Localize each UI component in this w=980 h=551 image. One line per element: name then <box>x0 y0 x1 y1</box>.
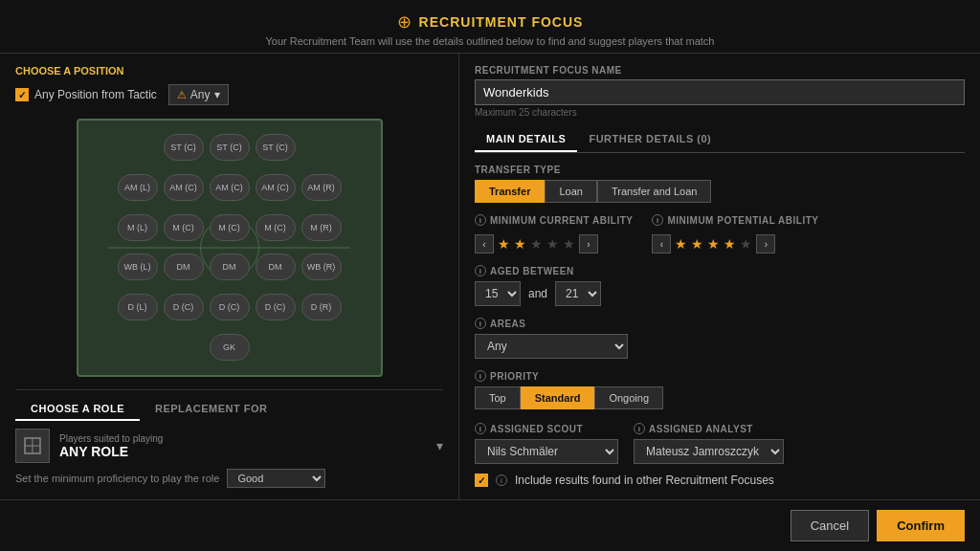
position-gk[interactable]: GK <box>210 334 250 361</box>
position-d-r[interactable]: D (R) <box>301 294 342 320</box>
position-am-c-2[interactable]: AM (C) <box>210 174 250 201</box>
age-from-select[interactable]: 15161718192021 <box>475 281 521 306</box>
position-m-c-3[interactable]: M (C) <box>256 214 296 241</box>
position-m-c-2[interactable]: M (C) <box>210 214 250 241</box>
star-current-4: ★ <box>546 236 559 252</box>
position-m-r[interactable]: M (R) <box>301 214 342 241</box>
analyst-select[interactable]: Mateusz Jamroszczyk <box>634 439 784 464</box>
position-d-c-3[interactable]: D (C) <box>256 294 296 320</box>
scout-select[interactable]: Nils Schmäler <box>475 439 618 464</box>
current-ability-stars-row: ‹ ★ ★ ★ ★ ★ › <box>475 234 633 253</box>
info-icon-areas[interactable]: i <box>475 318 486 329</box>
info-icon-priority[interactable]: i <box>475 370 486 382</box>
position-d-l[interactable]: D (L) <box>118 294 158 320</box>
warning-icon: ⚠ <box>177 89 187 101</box>
info-icon-include[interactable]: i <box>496 474 507 486</box>
position-d-c-1[interactable]: D (C) <box>164 294 204 320</box>
star-current-5: ★ <box>563 236 575 252</box>
info-icon-scout[interactable]: i <box>475 423 486 434</box>
priority-ongoing-btn[interactable]: Ongoing <box>594 386 663 409</box>
role-subtitle: Players suited to playing <box>59 433 427 444</box>
cancel-button[interactable]: Cancel <box>791 510 869 541</box>
tab-main-details[interactable]: MAIN DETAILS <box>475 127 577 152</box>
potential-ability-prev[interactable]: ‹ <box>652 234 671 253</box>
include-row: ✓ i Include results found in other Recru… <box>475 474 965 487</box>
role-content: Players suited to playing ANY ROLE ▾ <box>15 429 443 463</box>
info-icon-potential[interactable]: i <box>652 214 663 226</box>
any-position-checkbox[interactable]: ✓ <box>15 88 29 101</box>
age-and-label: and <box>528 287 547 300</box>
focus-name-label: RECRUITMENT FOCUS NAME <box>475 65 965 76</box>
loan-btn[interactable]: Loan <box>545 180 596 203</box>
confirm-button[interactable]: Confirm <box>877 510 965 541</box>
role-icon <box>15 429 50 463</box>
min-current-ability-label: i MINIMUM CURRENT ABILITY <box>475 214 633 226</box>
pitch-row-am: AM (L) AM (C) AM (C) AM (C) AM (R) <box>118 174 342 201</box>
star-potential-3: ★ <box>707 236 720 252</box>
any-dropdown[interactable]: ⚠ Any ▾ <box>168 84 229 105</box>
star-current-3: ★ <box>530 236 543 252</box>
star-current-1: ★ <box>498 236 510 252</box>
star-potential-1: ★ <box>675 236 687 252</box>
info-icon-age[interactable]: i <box>475 265 486 276</box>
priority-top-btn[interactable]: Top <box>475 386 521 409</box>
pitch-row-d: D (L) D (C) D (C) D (C) D (R) <box>118 294 342 320</box>
chevron-down-icon: ▾ <box>214 88 220 101</box>
role-tabs: CHOOSE A ROLE REPLACEMENT FOR <box>15 398 443 421</box>
position-m-c-1[interactable]: M (C) <box>164 214 204 241</box>
position-st-c-1[interactable]: ST (C) <box>164 134 204 161</box>
scout-block: i ASSIGNED SCOUT Nils Schmäler <box>475 423 618 464</box>
modal-title: RECRUITMENT FOCUS <box>419 14 584 30</box>
proficiency-row: Set the minimum proficiency to play the … <box>15 469 443 488</box>
current-ability-prev[interactable]: ‹ <box>475 234 494 253</box>
analyst-label: i ASSIGNED ANALYST <box>634 423 784 434</box>
proficiency-label: Set the minimum proficiency to play the … <box>15 473 219 484</box>
priority-row: Top Standard Ongoing <box>475 386 965 409</box>
role-dropdown-arrow[interactable]: ▾ <box>436 438 443 453</box>
info-icon-current[interactable]: i <box>475 214 486 226</box>
pitch-row-st: ST (C) ST (C) ST (C) <box>164 134 296 161</box>
pitch-row-m: M (L) M (C) M (C) M (C) M (R) <box>118 214 342 241</box>
current-ability-next[interactable]: › <box>579 234 598 253</box>
tab-further-details[interactable]: FURTHER DETAILS (0) <box>577 127 723 152</box>
tab-replacement-for[interactable]: REPLACEMENT FOR <box>140 398 283 421</box>
potential-ability-next[interactable]: › <box>756 234 775 253</box>
position-dm-3[interactable]: DM <box>256 253 296 280</box>
aged-between-label: i AGED BETWEEN <box>475 265 965 276</box>
tab-choose-role[interactable]: CHOOSE A ROLE <box>15 398 140 421</box>
any-dropdown-label: Any <box>190 88 211 101</box>
priority-standard-btn[interactable]: Standard <box>521 386 595 409</box>
pitch: ST (C) ST (C) ST (C) AM (L) AM (C) AM (C… <box>77 119 383 377</box>
position-am-r[interactable]: AM (R) <box>301 174 342 201</box>
any-position-checkbox-label[interactable]: ✓ Any Position from Tactic <box>15 88 157 101</box>
focus-name-input[interactable] <box>475 79 965 105</box>
position-top-row: ✓ Any Position from Tactic ⚠ Any ▾ <box>15 84 443 105</box>
transfer-btn[interactable]: Transfer <box>475 180 545 203</box>
position-am-c-1[interactable]: AM (C) <box>164 174 204 201</box>
proficiency-select[interactable]: Good Accomplished Natural <box>227 469 325 488</box>
details-tabs: MAIN DETAILS FURTHER DETAILS (0) <box>475 127 965 153</box>
any-position-text: Any Position from Tactic <box>34 88 157 101</box>
age-row: 15161718192021 and 2122232425 <box>475 281 965 306</box>
position-st-c-2[interactable]: ST (C) <box>210 134 250 161</box>
pitch-container: ST (C) ST (C) ST (C) AM (L) AM (C) AM (C… <box>15 113 443 382</box>
position-wb-r[interactable]: WB (R) <box>301 253 342 280</box>
position-dm-2[interactable]: DM <box>210 253 250 280</box>
position-st-c-3[interactable]: ST (C) <box>256 134 296 161</box>
position-am-l[interactable]: AM (L) <box>118 174 158 201</box>
position-d-c-2[interactable]: D (C) <box>210 294 250 320</box>
right-panel: RECRUITMENT FOCUS NAME Maximum 25 charac… <box>459 54 980 499</box>
position-am-c-3[interactable]: AM (C) <box>256 174 296 201</box>
info-icon-analyst[interactable]: i <box>634 423 645 434</box>
modal-header: ⊕ RECRUITMENT FOCUS Your Recruitment Tea… <box>0 0 980 54</box>
include-checkbox[interactable]: ✓ <box>475 474 488 487</box>
position-m-l[interactable]: M (L) <box>118 214 158 241</box>
areas-select[interactable]: Any Europe South America <box>475 334 628 359</box>
areas-label: i AREAS <box>475 318 965 329</box>
transfer-and-loan-btn[interactable]: Transfer and Loan <box>597 180 711 203</box>
transfer-type-label: TRANSFER TYPE <box>475 165 965 175</box>
scout-label: i ASSIGNED SCOUT <box>475 423 618 434</box>
position-wb-l[interactable]: WB (L) <box>118 253 158 280</box>
position-dm-1[interactable]: DM <box>164 253 204 280</box>
age-to-select[interactable]: 2122232425 <box>555 281 601 306</box>
